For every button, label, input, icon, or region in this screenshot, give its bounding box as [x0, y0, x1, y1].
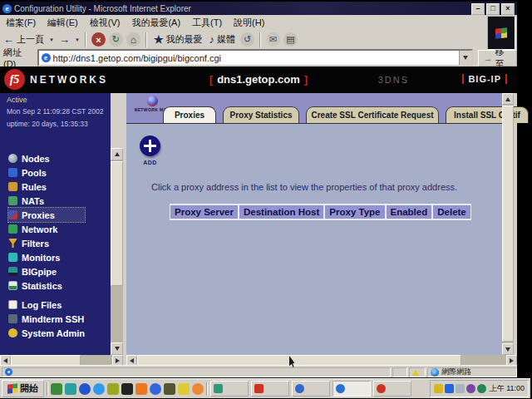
refresh-button[interactable]: ↻ [109, 32, 123, 47]
title-bar[interactable]: e Configuration Utility - Microsoft Inte… [0, 2, 517, 15]
quick-launch-icon[interactable] [178, 383, 190, 395]
scroll-thumb[interactable] [111, 161, 123, 286]
sidebar-item-log-files[interactable]: Log Files [8, 298, 85, 312]
stop-button[interactable]: × [91, 32, 106, 47]
menu-favorites[interactable]: 我的最愛(A) [126, 17, 186, 29]
tray-icon[interactable] [456, 384, 465, 393]
sidebar-item-label: Log Files [22, 300, 62, 310]
menu-help[interactable]: 說明(H) [228, 17, 270, 29]
bracket-right: ] [300, 73, 312, 86]
quick-launch-icon[interactable] [121, 383, 133, 395]
chevron-down-icon [463, 56, 468, 60]
task-button[interactable] [210, 381, 249, 397]
sidebar-item-statistics[interactable]: Statistics [8, 278, 85, 293]
tab-proxy-statistics[interactable]: Proxy Statistics [223, 106, 299, 123]
quick-launch-icon[interactable] [51, 383, 62, 395]
scroll-down-button[interactable] [502, 343, 514, 355]
menu-file[interactable]: 檔案(F) [0, 17, 42, 29]
start-label: 開始 [20, 382, 38, 395]
sidebar-item-monitors[interactable]: Monitors [8, 250, 85, 264]
tab-proxies[interactable]: Proxies [163, 106, 216, 123]
toolbar-separator [145, 32, 147, 47]
favorites-button[interactable]: ★ 我的最愛 [150, 32, 206, 47]
sidebar-item-bigpipe[interactable]: BIGpipe [8, 264, 85, 278]
sidebar-item-proxies[interactable]: Proxies [8, 208, 85, 222]
tray-icon[interactable] [466, 384, 475, 393]
task-button-active[interactable] [332, 381, 371, 397]
forward-dropdown[interactable]: ▼ [73, 37, 81, 42]
sidebar-item-network[interactable]: Network [8, 222, 85, 236]
scroll-thumb[interactable] [502, 106, 514, 342]
close-button[interactable]: × [501, 3, 515, 15]
home-button[interactable]: ⌂ [126, 32, 140, 47]
scroll-right-icon [116, 358, 120, 363]
proxy-table-header-row: Proxy Server Destination Host Proxy Type… [170, 204, 471, 220]
menu-edit[interactable]: 編輯(E) [42, 17, 84, 29]
history-button[interactable]: ↺ [240, 32, 254, 47]
quick-launch-icon[interactable] [65, 383, 76, 395]
sidebar-item-nats[interactable]: NATs [8, 194, 85, 208]
zone-label: 網際網路 [441, 367, 471, 377]
mail-button[interactable]: ✉ [266, 32, 280, 47]
back-button[interactable]: ← 上一頁 [0, 32, 47, 47]
sidebar-item-pools[interactable]: Pools [8, 165, 85, 180]
minimize-button[interactable]: – [471, 3, 485, 15]
back-label: 上一頁 [17, 33, 44, 46]
tray-icon[interactable] [477, 384, 486, 393]
quick-launch-icon[interactable] [164, 383, 175, 395]
scroll-down-button[interactable] [111, 342, 123, 355]
security-zone-panel: 網際網路 [427, 367, 517, 377]
address-input-wrap: e [37, 49, 473, 66]
sidebar-item-system-admin[interactable]: System Admin [8, 326, 85, 340]
sidebar-scrollbar[interactable] [111, 148, 123, 355]
tray-icon[interactable] [445, 384, 454, 393]
tray-icon[interactable] [434, 384, 443, 393]
sidebar-item-label: System Admin [22, 328, 85, 338]
scroll-up-button[interactable] [502, 93, 514, 105]
quick-launch-icon[interactable] [150, 383, 161, 395]
quick-launch-icon[interactable] [93, 383, 105, 395]
status-panel [392, 367, 407, 377]
task-button[interactable] [373, 381, 411, 397]
quick-launch-icon[interactable] [79, 383, 91, 395]
add-button[interactable] [140, 135, 160, 156]
sidebar-item-rules[interactable]: Rules [8, 180, 85, 194]
maximize-button[interactable]: □ [486, 3, 500, 15]
media-button[interactable]: ♪ 媒體 [206, 32, 239, 47]
media-icon: ♪ [209, 33, 215, 46]
quick-launch-icon[interactable] [135, 383, 147, 395]
quick-launch-icon[interactable] [107, 383, 119, 395]
task-button[interactable] [292, 381, 330, 397]
sidebar-item-filters[interactable]: Filters [8, 236, 85, 250]
sidebar-item-label: Proxies [22, 210, 55, 220]
globe-icon [431, 368, 439, 377]
app-icon [377, 384, 386, 393]
mindterm-ssh-icon [8, 314, 17, 323]
menu-tools[interactable]: 工具(T) [186, 17, 228, 29]
print-button[interactable]: ▤ [283, 32, 298, 47]
instruction-text: Click a proxy address in the list to vie… [151, 182, 500, 192]
app-icon [295, 384, 304, 393]
tab-create-ssl-certificate-request[interactable]: Create SSL Certificate Request [306, 106, 439, 123]
menu-bar: 檔案(F) 編輯(E) 檢視(V) 我的最愛(A) 工具(T) 說明(H) [0, 15, 517, 31]
nats-icon [8, 196, 17, 205]
tab-install-ssl-certificate[interactable]: Install SSL Certif [446, 106, 529, 123]
address-bar: 網址(D) e → 移至 [0, 49, 517, 67]
sidebar-item-mindterm-ssh[interactable]: Mindterm SSH [8, 312, 85, 326]
quick-launch-icon[interactable] [192, 383, 204, 395]
forward-button[interactable]: → [56, 32, 73, 47]
content-scrollbar[interactable] [502, 93, 514, 355]
menu-view[interactable]: 檢視(V) [84, 17, 126, 29]
go-button[interactable]: → 移至 [478, 50, 517, 66]
task-button[interactable] [251, 381, 289, 397]
status-message-panel: e [2, 367, 391, 377]
address-input[interactable] [53, 53, 459, 63]
scroll-up-button[interactable] [111, 148, 123, 160]
content-frame: NETWORK MAP Proxies Proxy Statistics Cre… [126, 93, 517, 355]
sidebar-item-nodes[interactable]: Nodes [8, 151, 85, 165]
start-button[interactable]: 開始 [2, 380, 44, 397]
back-dropdown[interactable]: ▼ [47, 37, 56, 42]
add-button-label: ADD [140, 160, 160, 165]
address-dropdown[interactable] [459, 51, 471, 65]
sidebar-item-label: Rules [22, 182, 47, 192]
